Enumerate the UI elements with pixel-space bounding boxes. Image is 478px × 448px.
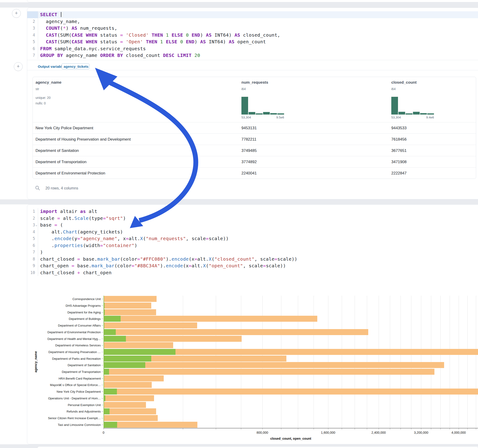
text-cursor	[61, 12, 61, 17]
column-type: str	[36, 87, 39, 91]
code-line[interactable]: 1import altair as alt	[27, 208, 478, 215]
divider	[27, 60, 478, 60]
code-line[interactable]: 1⌄SELECT	[27, 11, 478, 18]
table-cell-closed_count: 9443533	[391, 122, 407, 134]
search-icon[interactable]	[35, 185, 40, 191]
code-line[interactable]: 8chart_closed = base.mark_bar(color="#FF…	[27, 256, 478, 263]
table-row[interactable]: New York City Police Department945313194…	[33, 122, 476, 134]
output-variable-label: Output variable:	[38, 64, 65, 69]
add-cell-button-top[interactable]: +	[12, 9, 21, 18]
table-cell-closed_count: 3677651	[391, 145, 407, 156]
histogram-min-label: 53,304	[241, 116, 251, 119]
table-cell-num_requests: 3749485	[241, 145, 257, 156]
table-cell-closed_count: 2222847	[391, 168, 407, 179]
column-histogram	[391, 97, 434, 115]
code-line[interactable]: 5 .encode(y="agency_name", x=alt.X("num_…	[27, 235, 478, 242]
table-cell-num_requests: 2240041	[241, 168, 257, 179]
code-line[interactable]: 4 CAST(SUM(CASE WHEN status = 'Closed' T…	[27, 32, 478, 39]
code-line[interactable]: 3 COUNT(*) AS num_requests,	[27, 25, 478, 32]
column-stat: nulls: 0	[36, 101, 46, 105]
column-header[interactable]: agency_name	[36, 80, 61, 85]
code-line[interactable]: 4 alt.Chart(agency_tickets)	[27, 229, 478, 236]
column-header[interactable]: num_requests	[241, 80, 268, 85]
gap-band-middle	[0, 199, 478, 204]
divider	[27, 70, 478, 70]
previous-cell-edge	[27, 0, 478, 2]
histogram-max-label: 9.5e6	[276, 116, 284, 119]
add-cell-button-middle[interactable]: +	[14, 62, 23, 71]
code-line[interactable]: 9chart_open = base.mark_bar(color="#8BC3…	[27, 262, 478, 269]
column-type: i64	[241, 87, 246, 91]
table-cell-closed_count: 7618456	[391, 134, 407, 145]
table-row-count: 20 rows, 4 columns	[45, 186, 78, 190]
table-cell-agency_name: Department of Sanitation	[36, 145, 79, 156]
code-line[interactable]: 6 .properties(width="container")	[27, 242, 478, 249]
table-cell-agency_name: New York City Police Department	[36, 122, 93, 134]
sql-cell: 1⌄SELECT 2 agency_name,3 COUNT(*) AS num…	[27, 8, 478, 199]
table-row[interactable]: Department of Transportation377489234719…	[33, 156, 476, 168]
code-line[interactable]: 10chart_closed + chart_open	[27, 269, 478, 276]
histogram-min-label: 53,304	[391, 116, 401, 119]
histogram-max-label: 9.4e6	[426, 116, 434, 119]
table-row[interactable]: Department of Sanitation37494853677651	[33, 145, 476, 156]
code-line[interactable]: 2scale = alt.Scale(type="sqrt")	[27, 215, 478, 222]
table-cell-num_requests: 9453131	[241, 122, 257, 134]
column-type: i64	[391, 87, 396, 91]
table-row[interactable]: Department of Environmental Protection22…	[33, 167, 476, 179]
table-cell-num_requests: 7782211	[241, 134, 256, 145]
code-line[interactable]: 7)	[27, 249, 478, 256]
sql-code-editor[interactable]: 1⌄SELECT 2 agency_name,3 COUNT(*) AS num…	[27, 11, 478, 59]
table-cell-agency_name: Department of Transportation	[36, 156, 87, 168]
gap-band-top	[0, 2, 478, 8]
table-cell-agency_name: Department of Environmental Protection	[36, 168, 105, 179]
code-line[interactable]: 2 agency_name,	[27, 18, 478, 25]
result-table: agency_namestrunique: 20nulls: 0num_requ…	[32, 77, 476, 179]
code-line[interactable]: 3⌄base = (	[27, 222, 478, 229]
notebook-page: { "ui": { "output_variable_label": "Outp…	[0, 0, 478, 448]
next-cell-edge	[37, 446, 478, 448]
output-variable-input[interactable]: agency_tickets	[62, 63, 89, 69]
table-cell-num_requests: 3774892	[241, 156, 257, 168]
python-code-editor[interactable]: 1import altair as alt2scale = alt.Scale(…	[27, 208, 478, 276]
python-cell: 1import altair as alt2scale = alt.Scale(…	[27, 204, 478, 444]
code-line[interactable]: 5 CAST(SUM(CASE WHEN status = 'Open' THE…	[27, 38, 478, 45]
column-header[interactable]: closed_count	[391, 80, 417, 85]
column-stat: unique: 20	[36, 96, 50, 100]
table-cell-closed_count: 3471908	[391, 156, 407, 168]
table-row[interactable]: Department of Housing Preservation and D…	[33, 133, 476, 145]
code-line[interactable]: 7GROUP BY agency_name ORDER BY closed_co…	[27, 52, 478, 59]
code-line[interactable]: 6FROM sample_data.nyc.service_requests	[27, 45, 478, 52]
column-histogram	[241, 97, 284, 115]
table-cell-agency_name: Department of Housing Preservation and D…	[36, 134, 131, 145]
